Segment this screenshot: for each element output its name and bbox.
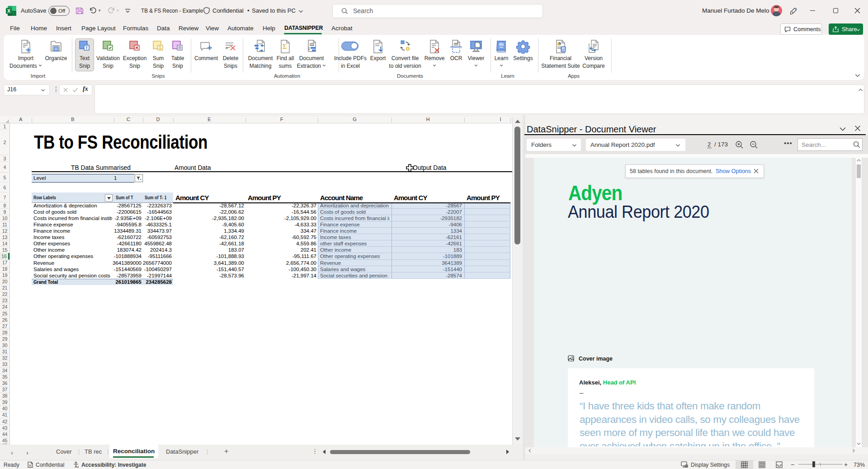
svg-text:ds: ds: [499, 42, 504, 47]
svg-text:T: T: [85, 46, 88, 50]
svg-text:X: X: [7, 8, 10, 14]
svg-text:Σ: Σ: [283, 43, 287, 50]
svg-text:Σ: Σ: [159, 46, 161, 50]
